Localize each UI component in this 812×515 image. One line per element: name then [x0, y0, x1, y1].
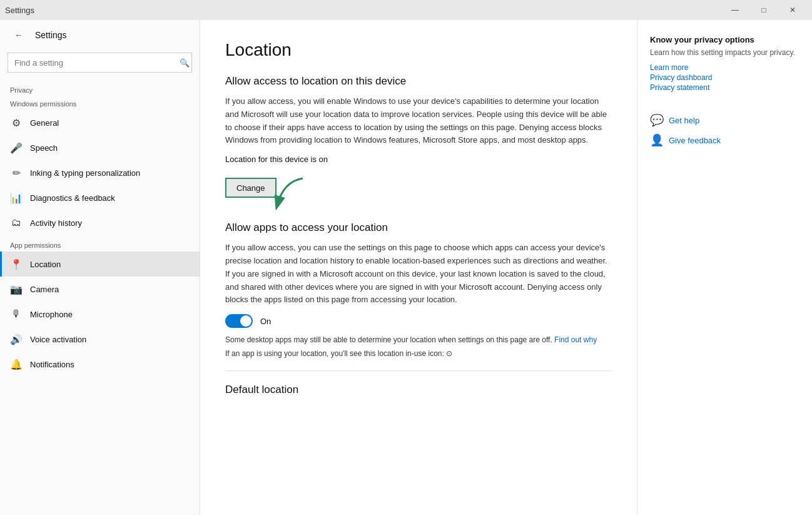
give-feedback-link[interactable]: Give feedback	[669, 136, 721, 145]
sidebar-item-label: Camera	[30, 285, 59, 294]
get-help-icon: 💬	[650, 113, 664, 127]
minimize-button[interactable]: —	[721, 0, 749, 20]
right-panel-body: Learn how this setting impacts your priv…	[650, 47, 799, 58]
learn-more-link[interactable]: Learn more	[650, 63, 799, 72]
sidebar-item-label: Notifications	[30, 360, 74, 369]
section1-body: If you allow access, you will enable Win…	[225, 95, 612, 147]
sidebar-item-label: General	[30, 118, 59, 128]
sidebar-item-label: Speech	[30, 143, 58, 153]
right-panel-title: Know your privacy options	[650, 35, 799, 44]
sidebar: ← Settings 🔍 Privacy Windows permissions…	[0, 20, 200, 515]
sidebar-item-voice[interactable]: 🔊 Voice activation	[0, 327, 200, 352]
nav-items-top: ⚙ General 🎤 Speech ✏ Inking & typing per…	[0, 110, 200, 235]
app-permissions-label: App permissions	[0, 235, 200, 252]
sidebar-header: ← Settings	[0, 20, 200, 50]
titlebar: Settings — □ ✕	[0, 0, 812, 20]
sidebar-item-activity[interactable]: 🗂 Activity history	[0, 210, 200, 235]
diagnostics-icon: 📊	[10, 191, 23, 204]
sidebar-item-general[interactable]: ⚙ General	[0, 110, 200, 135]
search-box: 🔍	[8, 53, 192, 73]
close-button[interactable]: ✕	[778, 0, 807, 20]
activity-icon: 🗂	[10, 217, 23, 229]
nav-items-bottom: 📍 Location 📷 Camera 🎙 Microphone 🔊 Voice…	[0, 252, 200, 377]
section2-body: If you allow access, you can use the set…	[225, 242, 612, 307]
right-panel-actions: 💬 Get help 👤 Give feedback	[650, 113, 799, 147]
search-icon[interactable]: 🔍	[180, 58, 190, 68]
inking-icon: ✏	[10, 166, 23, 179]
maximize-button[interactable]: □	[749, 0, 778, 20]
camera-icon: 📷	[10, 283, 23, 295]
main-content: Location Allow access to location on thi…	[200, 20, 637, 515]
sidebar-item-speech[interactable]: 🎤 Speech	[0, 135, 200, 160]
sidebar-item-diagnostics[interactable]: 📊 Diagnostics & feedback	[0, 185, 200, 210]
voice-icon: 🔊	[10, 333, 23, 345]
divider	[225, 370, 612, 371]
notifications-icon: 🔔	[10, 358, 23, 370]
section1-title: Allow access to location on this device	[225, 75, 612, 88]
sidebar-item-inking[interactable]: ✏ Inking & typing personalization	[0, 160, 200, 185]
toggle-label: On	[260, 317, 271, 326]
sidebar-app-title: Settings	[35, 30, 67, 40]
titlebar-title: Settings	[5, 6, 34, 15]
arrow-annotation	[265, 175, 315, 213]
location-toggle[interactable]	[225, 314, 253, 328]
section2-title: Allow apps to access your location	[225, 222, 612, 234]
speech-icon: 🎤	[10, 141, 23, 154]
right-panel-header: Know your privacy options Learn how this…	[650, 35, 799, 93]
find-out-why-link[interactable]: Find out why	[554, 335, 597, 344]
privacy-dashboard-link[interactable]: Privacy dashboard	[650, 73, 799, 82]
search-input[interactable]	[8, 53, 192, 73]
section3-title: Default location	[225, 384, 612, 396]
app-body: ← Settings 🔍 Privacy Windows permissions…	[0, 20, 812, 515]
footnote2: If an app is using your location, you'll…	[225, 349, 612, 358]
microphone-icon: 🎙	[10, 308, 23, 320]
give-feedback-action[interactable]: 👤 Give feedback	[650, 133, 799, 147]
sidebar-item-camera[interactable]: 📷 Camera	[0, 277, 200, 302]
sidebar-item-label: Microphone	[30, 310, 73, 319]
sidebar-item-notifications[interactable]: 🔔 Notifications	[0, 352, 200, 377]
sidebar-item-label: Location	[30, 260, 61, 269]
get-help-link[interactable]: Get help	[669, 116, 699, 125]
get-help-action[interactable]: 💬 Get help	[650, 113, 799, 127]
sidebar-item-label: Diagnostics & feedback	[30, 193, 115, 203]
back-button[interactable]: ←	[10, 26, 28, 44]
general-icon: ⚙	[10, 116, 23, 129]
location-icon: 📍	[10, 258, 23, 270]
sidebar-item-label: Voice activation	[30, 335, 86, 344]
location-toggle-row: On	[225, 314, 612, 328]
sidebar-item-microphone[interactable]: 🎙 Microphone	[0, 302, 200, 327]
sidebar-item-label: Activity history	[30, 218, 82, 228]
privacy-statement-link[interactable]: Privacy statement	[650, 83, 799, 92]
windows-permissions-label: Windows permissions	[0, 96, 200, 110]
titlebar-left: Settings	[5, 6, 34, 15]
sidebar-item-label: Inking & typing personalization	[30, 168, 140, 178]
location-device-status: Location for this device is on	[225, 155, 612, 164]
sidebar-item-location[interactable]: 📍 Location	[0, 252, 200, 277]
right-panel: Know your privacy options Learn how this…	[637, 20, 812, 515]
change-btn-row: Change	[225, 169, 612, 207]
footnote1: Some desktop apps may still be able to d…	[225, 335, 612, 344]
titlebar-controls: — □ ✕	[721, 0, 807, 20]
toggle-knob	[240, 315, 251, 327]
page-title: Location	[225, 40, 612, 60]
give-feedback-icon: 👤	[650, 133, 664, 147]
privacy-section-label: Privacy	[0, 80, 200, 96]
